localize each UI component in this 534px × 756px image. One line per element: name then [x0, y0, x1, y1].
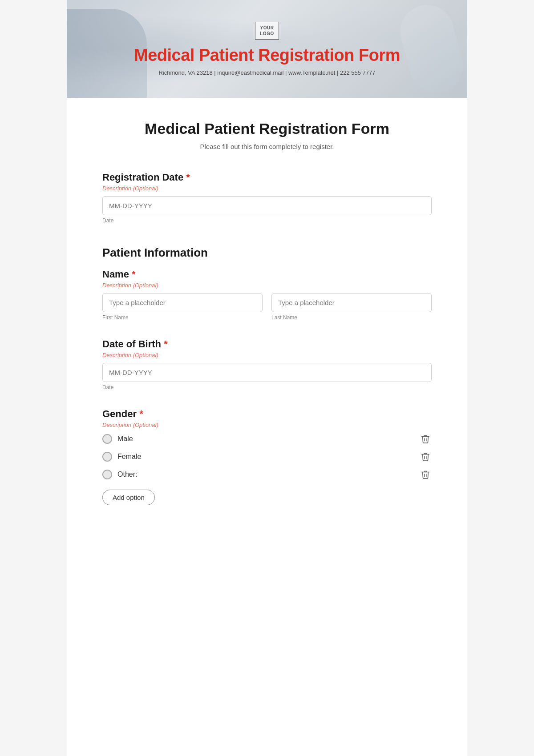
- last-name-input[interactable]: [271, 293, 432, 312]
- last-name-field: Last Name: [271, 293, 432, 321]
- logo-text-line2: LOGO: [260, 31, 274, 36]
- form-subtitle: Please fill out this form completely to …: [102, 143, 432, 150]
- radio-label-other: Other:: [117, 470, 137, 479]
- gender-description: Description (Optional): [102, 422, 432, 428]
- page-wrapper: YOUR LOGO Medical Patient Registration F…: [67, 0, 467, 756]
- first-name-field: First Name: [102, 293, 263, 321]
- radio-circle-male[interactable]: [102, 434, 112, 444]
- name-two-col: First Name Last Name: [102, 293, 432, 321]
- dob-group: Date of Birth * Description (Optional) D…: [102, 338, 432, 390]
- logo-box: YOUR LOGO: [255, 22, 279, 40]
- header-contact: Richmond, VA 23218 | inquire@eastmedical…: [158, 69, 375, 76]
- radio-option-male: Male: [102, 433, 432, 445]
- required-star-gender: *: [139, 408, 143, 419]
- add-option-label: Add option: [113, 494, 145, 501]
- registration-date-input[interactable]: [102, 196, 432, 215]
- patient-info-section-heading: Patient Information: [102, 241, 432, 260]
- radio-option-female: Female: [102, 450, 432, 463]
- radio-option-other: Other:: [102, 468, 432, 481]
- header-banner: YOUR LOGO Medical Patient Registration F…: [67, 0, 467, 98]
- first-name-input[interactable]: [102, 293, 263, 312]
- add-option-button[interactable]: Add option: [102, 490, 155, 505]
- required-star-name: *: [132, 269, 136, 280]
- radio-label-male: Male: [117, 435, 133, 443]
- registration-date-group: Registration Date * Description (Optiona…: [102, 172, 432, 224]
- dob-input[interactable]: [102, 363, 432, 382]
- name-group: Name * Description (Optional) First Name…: [102, 269, 432, 321]
- registration-date-label: Registration Date *: [102, 172, 432, 183]
- form-main-title: Medical Patient Registration Form: [102, 120, 432, 137]
- delete-female-button[interactable]: [419, 450, 432, 463]
- logo-text-line1: YOUR: [260, 25, 274, 30]
- form-content: Medical Patient Registration Form Please…: [67, 98, 467, 550]
- registration-date-description: Description (Optional): [102, 185, 432, 192]
- dob-description: Description (Optional): [102, 352, 432, 358]
- first-name-sublabel: First Name: [102, 314, 263, 321]
- gender-group: Gender * Description (Optional) Male: [102, 408, 432, 505]
- gender-label: Gender *: [102, 408, 432, 420]
- delete-other-button[interactable]: [419, 468, 432, 481]
- name-description: Description (Optional): [102, 282, 432, 289]
- dob-label: Date of Birth *: [102, 338, 432, 350]
- radio-circle-other[interactable]: [102, 470, 112, 479]
- last-name-sublabel: Last Name: [271, 314, 432, 321]
- dob-sublabel: Date: [102, 384, 432, 390]
- name-label: Name *: [102, 269, 432, 280]
- required-star: *: [186, 172, 190, 183]
- registration-date-sublabel: Date: [102, 217, 432, 224]
- required-star-dob: *: [164, 338, 168, 350]
- header-title: Medical Patient Registration Form: [134, 46, 400, 65]
- radio-label-female: Female: [117, 453, 141, 461]
- deco-right: [394, 0, 467, 98]
- delete-male-button[interactable]: [419, 433, 432, 445]
- radio-circle-female[interactable]: [102, 452, 112, 462]
